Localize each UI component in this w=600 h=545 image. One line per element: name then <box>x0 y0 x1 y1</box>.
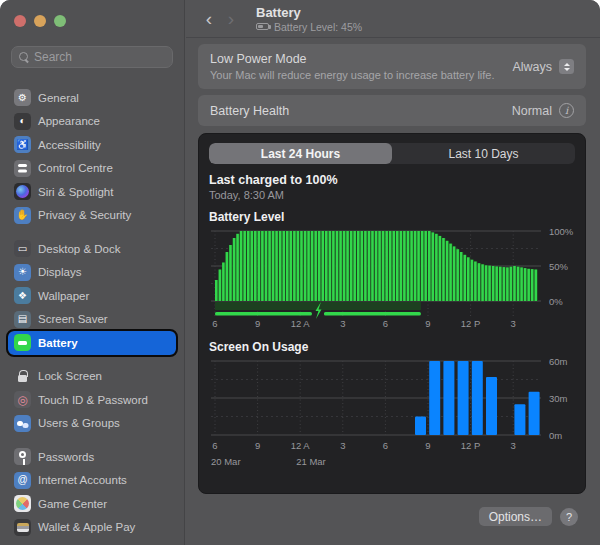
internet-accounts-icon: @ <box>14 472 31 489</box>
svg-text:12 P: 12 P <box>461 440 481 451</box>
sidebar-item-users-groups[interactable]: Users & Groups <box>8 412 176 436</box>
battery-usage-panel: Last 24 Hours Last 10 Days Last charged … <box>198 133 586 494</box>
svg-text:50%: 50% <box>549 261 569 272</box>
sidebar-item-label: Appearance <box>38 115 100 127</box>
tab-last-10-days[interactable]: Last 10 Days <box>392 143 575 164</box>
battery-icon <box>14 334 31 351</box>
sidebar-item-control-centre[interactable]: Control Centre <box>8 157 176 181</box>
svg-text:6: 6 <box>383 318 388 329</box>
svg-text:3: 3 <box>340 318 345 329</box>
sidebar-item-label: Desktop & Dock <box>38 243 120 255</box>
last-charged-title: Last charged to 100% <box>209 173 575 187</box>
sidebar-item-general[interactable]: ⚙General <box>8 86 176 110</box>
svg-text:12 A: 12 A <box>291 318 311 329</box>
title-block: Battery Battery Level: 45% <box>256 5 362 33</box>
sidebar-item-lock-screen[interactable]: Lock Screen <box>8 365 176 389</box>
sidebar-item-displays[interactable]: ☀Displays <box>8 261 176 285</box>
time-range-tabs: Last 24 Hours Last 10 Days <box>209 143 575 164</box>
low-power-mode-select[interactable]: Always <box>512 59 574 74</box>
svg-text:9: 9 <box>425 318 430 329</box>
low-power-mode-label: Low Power Mode <box>210 52 495 66</box>
screen-saver-icon: ▤ <box>14 311 31 328</box>
sidebar-item-label: Battery <box>38 337 78 349</box>
svg-text:60m: 60m <box>549 357 568 367</box>
battery-health-row: Battery Health Normal i <box>198 95 586 126</box>
sidebar-item-label: Screen Saver <box>38 313 108 325</box>
passwords-icon <box>14 448 31 465</box>
wallet-apple-pay-icon <box>14 519 31 536</box>
low-power-mode-value: Always <box>512 60 552 74</box>
low-power-mode-row: Low Power Mode Your Mac will reduce ener… <box>198 44 586 89</box>
svg-text:30m: 30m <box>549 393 568 404</box>
search-field[interactable] <box>11 46 173 68</box>
minimize-window-button[interactable] <box>34 15 46 27</box>
sidebar-item-battery[interactable]: Battery <box>8 331 176 355</box>
sidebar-nav: ⚙General◐Appearance♿AccessibilityControl… <box>0 86 184 539</box>
svg-text:0%: 0% <box>549 296 563 307</box>
general-icon: ⚙ <box>14 89 31 106</box>
system-settings-window: ⚙General◐Appearance♿AccessibilityControl… <box>0 0 600 545</box>
game-center-icon <box>14 495 31 512</box>
sidebar-item-label: Game Center <box>38 498 107 510</box>
sidebar-item-wallpaper[interactable]: ❖Wallpaper <box>8 284 176 308</box>
sidebar-item-label: Siri & Spotlight <box>38 186 113 198</box>
sidebar-item-internet-accounts[interactable]: @Internet Accounts <box>8 469 176 493</box>
sidebar-item-label: Lock Screen <box>38 370 102 382</box>
sidebar-item-passwords[interactable]: Passwords <box>8 445 176 469</box>
sidebar-item-label: Touch ID & Password <box>38 394 148 406</box>
close-window-button[interactable] <box>14 15 26 27</box>
sidebar-item-touch-id-password[interactable]: ◎Touch ID & Password <box>8 388 176 412</box>
svg-text:3: 3 <box>340 440 345 451</box>
battery-icon <box>256 23 269 31</box>
sidebar-item-label: Control Centre <box>38 162 113 174</box>
info-icon[interactable]: i <box>559 103 574 118</box>
help-button[interactable]: ? <box>560 508 578 526</box>
displays-icon: ☀ <box>14 264 31 281</box>
back-button[interactable]: ‹ <box>198 8 220 30</box>
svg-text:12 P: 12 P <box>461 318 481 329</box>
sidebar-item-desktop-dock[interactable]: ▭Desktop & Dock <box>8 237 176 261</box>
sidebar-item-label: Internet Accounts <box>38 474 127 486</box>
search-icon <box>19 52 29 62</box>
battery-level-chart-title: Battery Level <box>209 210 575 224</box>
window-controls <box>0 0 184 36</box>
sidebar-item-label: Users & Groups <box>38 417 120 429</box>
chevron-up-down-icon <box>559 59 574 74</box>
desktop-dock-icon: ▭ <box>14 240 31 257</box>
svg-text:3: 3 <box>511 318 516 329</box>
last-charged-subtitle: Today, 8:30 AM <box>209 189 575 201</box>
options-button[interactable]: Options… <box>479 507 552 526</box>
sidebar-item-privacy-security[interactable]: ✋Privacy & Security <box>8 204 176 228</box>
zoom-window-button[interactable] <box>54 15 66 27</box>
lock-screen-icon <box>14 368 31 385</box>
forward-button[interactable]: › <box>220 8 242 30</box>
sidebar-item-screen-saver[interactable]: ▤Screen Saver <box>8 308 176 332</box>
control-centre-icon <box>14 160 31 177</box>
tab-last-24-hours[interactable]: Last 24 Hours <box>209 143 392 164</box>
svg-text:21 Mar: 21 Mar <box>296 456 326 467</box>
svg-text:6: 6 <box>383 440 388 451</box>
sidebar-item-wallet-apple-pay[interactable]: Wallet & Apple Pay <box>8 516 176 540</box>
users-groups-icon <box>14 415 31 432</box>
sidebar: ⚙General◐Appearance♿AccessibilityControl… <box>0 0 185 545</box>
search-input[interactable] <box>34 50 165 64</box>
sidebar-item-game-center[interactable]: Game Center <box>8 492 176 516</box>
screen-usage-chart-title: Screen On Usage <box>209 340 575 354</box>
battery-health-value: Normal <box>512 104 552 118</box>
svg-text:6: 6 <box>212 318 217 329</box>
battery-level-chart: 6912 A36912 P3100%50%0% <box>209 227 575 331</box>
svg-text:6: 6 <box>212 440 217 451</box>
content-header: ‹ › Battery Battery Level: 45% <box>186 0 600 38</box>
footer: Options… ? <box>198 507 586 526</box>
sidebar-item-siri-spotlight[interactable]: Siri & Spotlight <box>8 180 176 204</box>
wallpaper-icon: ❖ <box>14 287 31 304</box>
svg-text:0m: 0m <box>549 430 562 441</box>
screen-usage-chart: 6912 A36912 P320 Mar21 Mar60m30m0m <box>209 357 575 469</box>
svg-text:9: 9 <box>255 318 260 329</box>
svg-text:100%: 100% <box>549 227 574 237</box>
low-power-mode-description: Your Mac will reduce energy usage to inc… <box>210 69 495 81</box>
sidebar-item-accessibility[interactable]: ♿Accessibility <box>8 133 176 157</box>
battery-health-label: Battery Health <box>210 104 289 118</box>
sidebar-item-appearance[interactable]: ◐Appearance <box>8 110 176 134</box>
sidebar-item-label: Passwords <box>38 451 94 463</box>
